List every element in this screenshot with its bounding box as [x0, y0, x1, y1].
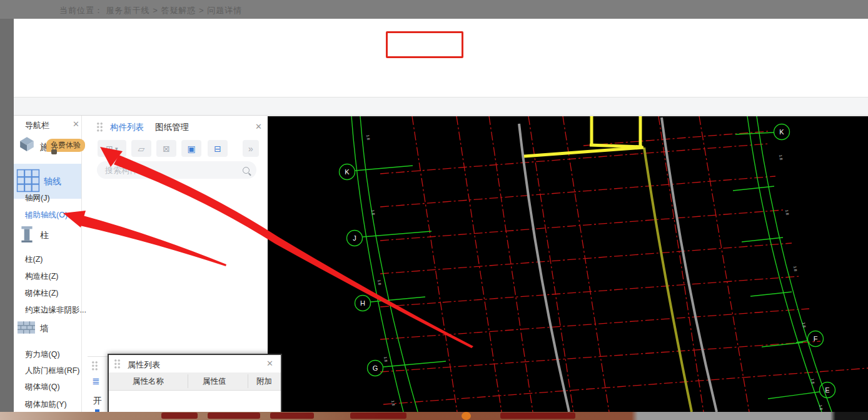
sidebar-item-axis[interactable]: 轴线: [44, 176, 61, 188]
sidebar-item-axis-grid[interactable]: 轴网(J): [25, 193, 50, 204]
trash-icon: ⊠: [163, 144, 170, 154]
construction-section-icon: [19, 136, 35, 152]
new-component-button[interactable]: ⊞▾: [98, 140, 126, 157]
svg-text:1.8: 1.8: [383, 356, 388, 362]
free-trial-badge: 免费体验: [46, 139, 85, 152]
sidebar-item-constraint-edge[interactable]: 约束边缘非阴影...: [25, 305, 86, 316]
sidebar-item-structural-column[interactable]: 构造柱(Z): [25, 271, 58, 282]
property-panel-header[interactable]: 属性列表 ✕: [109, 355, 281, 373]
column-attach: 附加: [256, 376, 272, 387]
sidebar-item-shear-wall[interactable]: 剪力墙(Q): [25, 349, 60, 360]
axis-label: K: [345, 168, 350, 176]
background-text-fragment: [208, 412, 260, 419]
browser-page-top: 当前位置： 服务新干线 > 答疑解惑 > 问题详情: [0, 0, 868, 19]
background-text-fragment: [161, 412, 198, 419]
sidebar-title: 导航栏: [25, 120, 49, 131]
svg-text:1.8: 1.8: [785, 209, 789, 216]
screenshot-root: { "page": { "breadcrumb": "当前位置： 服务新干线 >…: [0, 0, 868, 420]
axis-label: F: [814, 335, 818, 342]
expand-toolbar-button[interactable]: »: [243, 140, 259, 157]
column-separator: [248, 374, 248, 388]
close-icon[interactable]: ✕: [73, 119, 79, 129]
svg-text:1.8: 1.8: [391, 400, 395, 406]
drag-handle-icon[interactable]: [114, 359, 121, 369]
sidebar-item-masonry-reinforcement[interactable]: 砌体加筋(Y): [25, 399, 67, 410]
axis-label: J: [353, 234, 356, 242]
sidebar-item-masonry-column[interactable]: 砌体柱(Z): [25, 288, 58, 299]
cad-drawing: K J H G K F E 1.8 1.8 1.8 1.8 1.8 1.8 1.…: [268, 116, 868, 412]
axis-grid-icon: [16, 168, 40, 194]
component-archive-button[interactable]: ⊟: [208, 140, 228, 157]
background-text-fragment: [350, 412, 406, 419]
annotation-highlight-box: [386, 31, 463, 58]
copy-between-floors-button[interactable]: ▣: [181, 140, 201, 157]
tab-component-list[interactable]: 构件列表: [110, 122, 144, 133]
property-form-icon[interactable]: ≣: [92, 376, 100, 387]
new-document-icon: ⊞: [106, 144, 113, 154]
svg-text:1.8: 1.8: [802, 322, 806, 328]
sidebar-item-aux-axis[interactable]: 辅助轴线(O): [25, 210, 68, 221]
layer-copy-icon: ▣: [187, 144, 195, 154]
close-icon[interactable]: ✕: [266, 359, 273, 368]
axis-label: H: [360, 299, 365, 307]
background-text-fragment: [500, 412, 575, 419]
axis-label: K: [779, 128, 784, 136]
browser-page-left-edge: [0, 19, 14, 420]
svg-text:1.8: 1.8: [819, 404, 823, 411]
column-property-name: 属性名称: [133, 376, 164, 387]
gray-structure-lines: [519, 118, 717, 412]
property-panel-title: 属性列表: [128, 359, 160, 371]
svg-text:1.8: 1.8: [366, 134, 370, 141]
property-list-panel[interactable]: 属性列表 ✕ 属性名称 属性值 附加: [108, 354, 282, 414]
search-placeholder: 搜索构件: [105, 165, 138, 176]
axis-label: G: [373, 364, 378, 372]
context-toolbar: [14, 98, 868, 116]
sidebar-item-column-group[interactable]: 柱: [40, 230, 49, 241]
underlying-page-strip: [0, 412, 868, 420]
axis-dimension-labels: 1.8 1.8 1.8 1.8 1.8 1.8 1.8 1.8 1.8 1.8 …: [366, 134, 823, 411]
axis-lines-green: [351, 116, 832, 412]
highlighted-yellow-elements: [524, 116, 643, 156]
axis-bubbles: K J H G K F E: [340, 124, 835, 398]
background-logo-fragment: [462, 412, 471, 420]
lock-icon: [51, 149, 57, 154]
background-text-fragment: [270, 412, 314, 419]
svg-text:1.8: 1.8: [779, 154, 783, 161]
svg-text:1.8: 1.8: [793, 266, 797, 272]
cad-canvas[interactable]: K J H G K F E 1.8 1.8 1.8 1.8 1.8 1.8 1.…: [268, 116, 868, 412]
close-icon[interactable]: ✕: [255, 122, 262, 131]
wall-icon: [18, 319, 35, 336]
property-table-header: 属性名称 属性值 附加: [109, 372, 281, 391]
copy-component-button[interactable]: ▱: [131, 140, 151, 157]
sidebar-item-wall-group[interactable]: 墙: [40, 323, 49, 334]
double-arrow-icon: »: [248, 144, 253, 154]
sidebar-item-column[interactable]: 柱(Z): [25, 254, 43, 265]
svg-text:1.8: 1.8: [371, 209, 375, 216]
copy-icon: ▱: [138, 144, 145, 154]
drag-handle-icon[interactable]: [96, 122, 103, 132]
column-icon: [20, 226, 34, 243]
axis-label: E: [825, 386, 829, 394]
sidebar-item-masonry-wall[interactable]: 砌体墙(Q): [25, 382, 60, 392]
search-icon[interactable]: [243, 167, 250, 174]
cad-grid-red: [380, 116, 868, 412]
column-separator: [188, 374, 188, 388]
tab-drawing-manager[interactable]: 图纸管理: [155, 122, 189, 133]
column-property-value: 属性值: [203, 376, 226, 387]
docked-panel-strip: ≣ 开: [88, 356, 108, 412]
dock-strip-label: 开: [93, 396, 102, 407]
chevron-down-icon: ▾: [115, 146, 118, 152]
archive-icon: ⊟: [214, 144, 221, 154]
drag-handle-icon[interactable]: [91, 361, 98, 371]
sidebar-item-civil-defense-wall[interactable]: 人防门框墙(RF): [25, 366, 80, 376]
navigation-sidebar: 导航栏 ✕ 施工段 免费体验 轴线 轴网(J) 辅助轴线(O) 柱 柱(Z) 构…: [14, 116, 82, 412]
delete-component-button[interactable]: ⊠: [156, 140, 176, 157]
svg-text:1.8: 1.8: [377, 279, 381, 286]
olive-axis-line: [644, 148, 692, 412]
breadcrumb: 当前位置： 服务新干线 > 答疑解惑 > 问题详情: [59, 5, 242, 16]
